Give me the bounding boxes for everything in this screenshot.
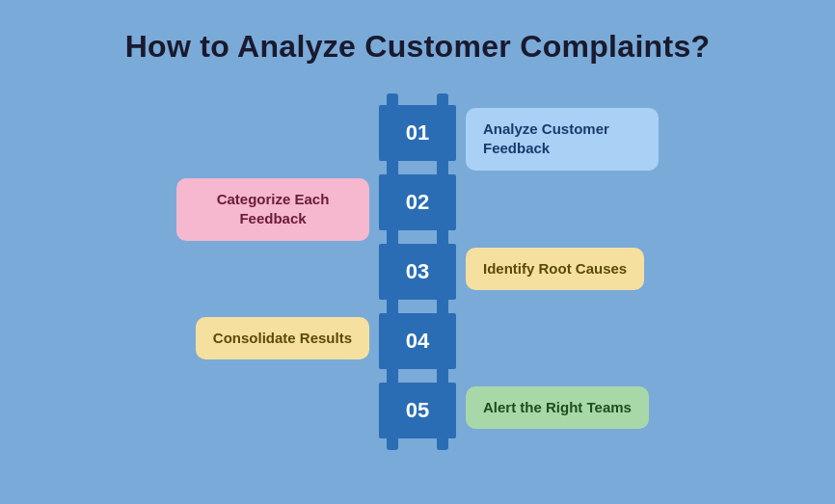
step-box-05: 05	[379, 383, 456, 438]
diagram-container: 0102030405 Analyze Customer FeedbackCate…	[19, 93, 816, 450]
step-card-03: Identify Root Causes	[466, 248, 644, 290]
page-title: How to Analyze Customer Complaints?	[125, 29, 711, 65]
step-box-03: 03	[379, 244, 456, 300]
step-card-02: Categorize Each Feedback	[176, 178, 369, 241]
step-box-04: 04	[379, 313, 456, 369]
ladder: 0102030405	[379, 93, 456, 450]
ladder-steps: 0102030405	[379, 93, 456, 450]
step-box-01: 01	[379, 105, 456, 161]
step-card-05: Alert the Right Teams	[466, 386, 649, 429]
step-card-04: Consolidate Results	[196, 317, 369, 359]
step-box-02: 02	[379, 174, 456, 230]
step-card-01: Analyze Customer Feedback	[466, 108, 659, 171]
